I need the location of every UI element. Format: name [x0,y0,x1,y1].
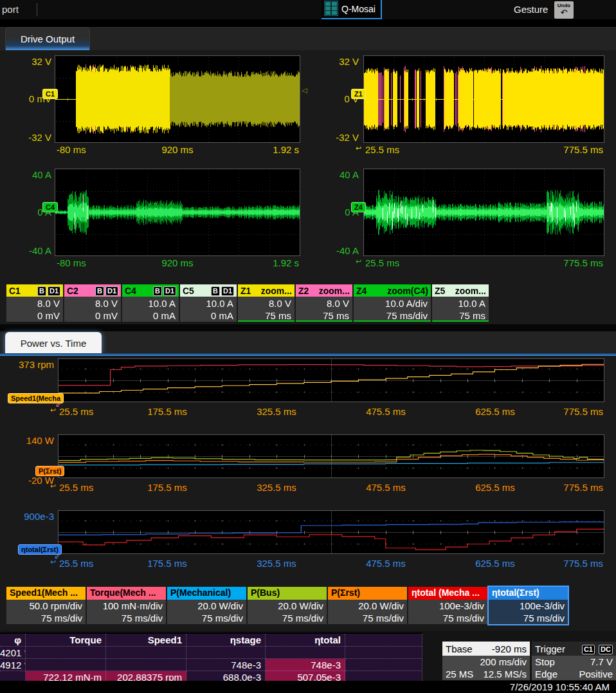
grid1-y-label: 32 V [309,56,359,67]
measure-descriptor-1[interactable]: Speed1(Mech ...50.0 rpm/div75 ms/div [6,587,86,624]
measure-setting-line: 75 ms/div [90,612,163,624]
channel-descriptor-z4[interactable]: Z4zoom(C4)10.0 A/div75 ms/div [354,284,431,322]
c1-voltage-scope-grid[interactable] [55,55,300,143]
channel-descriptor-c4[interactable]: C4BD110.0 A0 mA [122,284,179,322]
zoom-source-label: zoom... [261,286,292,296]
measure-setting-line: 100 mN·m/div [90,600,163,612]
measure-descriptor-2[interactable]: Torque(Mech ...100 mN·m/div75 ms/div [87,587,166,624]
tab-drive-output[interactable]: Drive Output [5,27,90,50]
channel-badge-d1: D1 [221,286,234,296]
c1-grid-tag[interactable]: C1 [42,89,58,99]
channel-badge-d1: D1 [163,286,176,296]
speed-strip-top-label: 373 rpm [1,359,54,370]
channel-setting-line: 8.0 V [241,297,291,310]
grid1-x-label: 25.5 ms [365,144,399,155]
table-cell [106,647,186,659]
grid3-x-label: 775.5 ms [547,257,603,268]
strip2-x-label: 325.5 ms [257,558,296,569]
measure-header: Speed1(Mech ... [6,587,86,600]
measure-descriptor-3[interactable]: P(Mechanical)20.0 W/div75 ms/div [167,587,246,624]
channel-header: C4BD1 [122,284,179,297]
eta-strip-plot[interactable] [58,510,604,554]
acquisition-timestamp: 7/26/2019 10:55:40 AM [510,681,610,692]
q-mosaic-button[interactable]: Q-Mosai [322,0,382,19]
channel-descriptor-c1[interactable]: C1BD18.0 V0 mV [6,284,63,322]
speed-strip-plot[interactable] [58,358,604,402]
channel-badge-b: B [95,286,104,296]
zoom-link-arrow-icon: ↩ [50,406,56,414]
measure-setting-line: 20.0 W/div [170,600,243,612]
timebase-panel[interactable]: Tbase -920 ms 200 ms/div 25 MS 12.5 MS/s [442,642,530,680]
channel-setting-line: 0 mV [68,310,118,322]
channel-setting-line: 75 ms [299,310,349,322]
measure-setting-line: 75 ms/div [492,612,565,624]
channel-descriptor-c2[interactable]: C2BD18.0 V0 mV [64,284,121,322]
grid2-x-label: 920 ms [161,257,193,268]
timebase-title: Tbase [446,643,473,654]
channel-descriptor-z5[interactable]: Z5zoom...10.0 A75 ms [432,284,489,322]
zoom-source-label: zoom... [455,286,486,296]
timebase-offset: -920 ms [492,643,527,654]
table-header-cell: ηstage [186,634,266,647]
grid0-x-label: 1.92 s [242,144,299,155]
trigger-level-marker-icon[interactable]: ◁ [302,86,307,95]
channel-badge-b: B [211,286,220,296]
grid0-y-label: 32 V [1,56,51,67]
grid3-y-label: -40 A [309,245,359,256]
measure-setting-line: 100e-3/div [492,600,565,612]
strip0-x-label: 775.5 ms [547,406,603,417]
measure-descriptor-5[interactable]: P(Σrst)20.0 W/div75 ms/div [328,587,407,624]
channel-id: C4 [125,286,136,296]
top-toolbar: port Q-Mosai Gesture Undo ↶ [0,0,616,19]
channel-settings: 8.0 V0 mV [6,297,63,322]
c4-grid-tag[interactable]: C4 [42,202,58,212]
channel-settings: 10.0 A0 mA [122,297,179,322]
channel-descriptor-c5[interactable]: C5BD110.0 A0 mA [180,284,237,322]
z4-current-zoom-grid[interactable] [363,169,604,256]
table-cell [106,659,186,671]
channel-header: Z1zoom... [238,284,294,297]
toolbar-clipped-label[interactable]: port [2,4,19,15]
measure-header: ηtotal(Σrst) [489,587,568,600]
channel-header: Z5zoom... [432,284,489,297]
trigger-mode: Stop [535,656,555,668]
tab-power-vs-time[interactable]: Power vs. Time [5,332,102,354]
grid2-x-label: -80 ms [57,257,86,268]
table-cell: 4201 ° [0,647,26,659]
table-cell: 748e-3 [266,659,345,671]
channel-descriptor-z2[interactable]: Z2zoom...8.0 V75 ms [296,284,352,322]
p-sum-trace-tag[interactable]: P(Σrst) [35,466,64,476]
channel-settings: 8.0 V75 ms [238,297,294,322]
z4-grid-tag[interactable]: Z4 [351,202,366,212]
grid0-y-label: -32 V [1,132,51,143]
strip0-x-label: 175.5 ms [147,406,187,417]
c4-current-scope-grid[interactable] [55,169,300,256]
z1-grid-tag[interactable]: Z1 [351,89,366,99]
channel-setting-line: 0 mA [183,310,233,322]
undo-button[interactable]: Undo ↶ [554,1,574,19]
measure-descriptor-6[interactable]: ηtotal (Mecha ...100e-3/div75 ms/div [408,587,487,624]
table-cell [266,647,345,659]
table-header-cell: Speed1 [106,634,186,647]
channel-setting-line: 0 mA [125,310,176,322]
channel-setting-line: 8.0 V [299,297,349,310]
speed1-trace-tag[interactable]: Speed1(Mecha [8,393,64,403]
table-header-cell: Torque [26,634,106,647]
measure-settings: 100e-3/div75 ms/div [408,600,487,624]
channel-descriptor-z1[interactable]: Z1zoom...8.0 V75 ms [238,284,294,322]
power-strip-plot[interactable] [58,434,604,478]
measure-settings: 20.0 W/div75 ms/div [248,600,327,624]
measure-descriptor-4[interactable]: P(Bus)20.0 W/div75 ms/div [248,587,327,624]
grid0-x-label: 920 ms [161,144,193,155]
measure-setting-line: 75 ms/div [251,612,323,624]
strip2-x-label: 175.5 ms [147,558,187,569]
measure-descriptor-7[interactable]: ηtotal(Σrst)100e-3/div75 ms/div [489,587,568,624]
grid2-y-label: 40 A [1,169,51,180]
strip0-x-label: 325.5 ms [257,406,296,417]
measure-settings: 20.0 W/div75 ms/div [328,600,407,624]
strip0-x-label: 475.5 ms [366,406,406,417]
strip2-x-label: 625.5 ms [475,558,515,569]
eta-total-trace-tag[interactable]: ηtotal(Σrst) [18,544,62,555]
trigger-panel[interactable]: Trigger C1 DC Stop 7.7 V Edge Positive [532,642,616,680]
z1-voltage-zoom-grid[interactable] [363,55,604,143]
